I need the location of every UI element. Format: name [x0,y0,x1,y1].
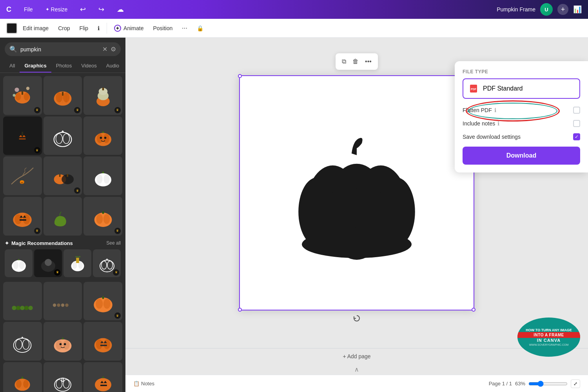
resize-button[interactable]: ✦ Resize [42,5,71,14]
list-item[interactable]: ♛ [44,76,82,115]
flatten-pdf-label: Flatten PDF ℹ [463,107,496,113]
cloud-save-button[interactable]: ☁ [114,4,127,15]
delete-button[interactable]: 🗑 [350,56,361,67]
notes-button[interactable]: 📋 Notes [133,381,154,387]
list-item[interactable]: ♛ [3,76,42,115]
svg-point-48 [103,214,110,224]
list-item[interactable] [5,249,33,277]
search-container: 🔍 ✕ ⚙ [5,42,121,56]
flatten-pdf-checkbox[interactable] [573,107,580,114]
fullscreen-button[interactable]: ⤢ [571,379,580,388]
list-item[interactable] [83,116,122,155]
file-type-label: File type [463,69,580,74]
list-item[interactable]: ♛ [44,156,82,195]
crop-button[interactable]: Crop [54,23,74,34]
svg-point-29 [100,137,102,139]
chevron-bar[interactable]: ∧ [125,364,588,375]
rotate-handle[interactable] [353,314,361,322]
svg-rect-49 [102,213,104,214]
save-settings-checkbox[interactable]: ✓ [573,133,580,140]
list-item[interactable]: 🎃 [3,156,42,195]
list-item[interactable] [44,116,82,155]
search-clear-button[interactable]: ✕ [102,45,107,53]
list-item[interactable]: ♛ [3,116,42,155]
svg-point-54 [45,259,52,266]
list-item[interactable] [3,322,42,361]
position-button[interactable]: Position [149,23,176,34]
list-item[interactable] [44,322,82,361]
tab-graphics[interactable]: Graphics [20,60,51,73]
svg-point-76 [16,339,22,349]
list-item[interactable] [64,249,91,277]
canvas-area: ⧉ 🗑 ••• + Add page ∧ [125,38,588,392]
svg-point-23 [54,132,72,147]
tab-videos[interactable]: Videos [76,60,102,73]
info-button[interactable]: ℹ [94,23,103,34]
list-item[interactable]: ♛ [83,197,122,236]
add-page-button[interactable]: + Add page [343,353,370,359]
zoom-slider[interactable] [528,381,568,387]
list-item[interactable]: ♛ [83,76,122,115]
tab-photos[interactable]: Photos [51,60,76,73]
save-settings-row: Save download settings ✓ [463,130,580,143]
list-item[interactable] [3,282,42,321]
add-collaborator-button[interactable]: + [557,4,568,15]
toolbar-divider [107,23,107,34]
list-item[interactable] [83,156,122,195]
download-panel: File type PDF PDF Standard [455,61,588,172]
svg-rect-74 [102,297,104,299]
category-tabs: All Graphics Photos Videos Audio › [0,59,125,73]
list-item[interactable] [83,362,122,392]
list-item[interactable]: ♛ [3,197,42,236]
transparency-button[interactable]: ⋯ [178,23,191,34]
see-all-button[interactable]: See all [106,240,121,246]
redo-button[interactable]: ↪ [95,4,107,15]
list-item[interactable]: ♛ [3,362,42,392]
file-menu-button[interactable]: File [21,5,36,14]
undo-button[interactable]: ↩ [77,4,89,15]
include-notes-info-icon[interactable]: ℹ [497,120,499,127]
magic-icon: ✦ [5,240,9,246]
search-filter-button[interactable]: ⚙ [111,45,116,53]
svg-rect-44 [20,220,26,221]
promo-url-text: WWW.SOVERYGRAPHIC.COM [529,343,569,346]
svg-point-30 [104,137,106,139]
more-options-button[interactable]: ••• [363,56,374,67]
list-item[interactable] [44,282,82,321]
canvas-page[interactable]: ⧉ 🗑 ••• [239,75,474,310]
lock-button[interactable]: 🔒 [193,23,207,34]
flip-button[interactable]: Flip [76,23,93,34]
search-input[interactable] [20,46,99,53]
svg-rect-1 [22,92,23,95]
search-icon: 🔍 [9,45,17,53]
list-item[interactable]: ♛ [93,249,121,277]
pro-badge: ♛ [34,228,40,234]
flatten-info-icon[interactable]: ℹ [494,107,496,113]
svg-point-75 [14,338,31,352]
tab-audio[interactable]: Audio [102,60,124,73]
tab-all[interactable]: All [5,60,20,73]
download-button[interactable]: Download [463,147,580,165]
pro-badge: ♛ [54,269,60,276]
avatar[interactable]: U [540,3,553,16]
stats-button[interactable]: 📊 [573,5,582,14]
page-info: Page 1 / 1 [489,381,512,387]
pdf-standard-option[interactable]: PDF PDF Standard [463,78,580,99]
document-title: Pumpkin Frame [497,6,535,13]
svg-point-2 [16,93,21,101]
pro-badge: ♛ [114,107,121,113]
edit-image-button[interactable]: Edit image [19,23,53,34]
svg-point-62 [12,306,16,310]
include-notes-checkbox[interactable] [573,120,580,127]
duplicate-button[interactable]: ⧉ [339,56,348,67]
svg-point-51 [13,261,18,269]
animate-button[interactable]: ✦ Animate [110,22,147,34]
list-item[interactable] [83,322,122,361]
list-item[interactable]: ♛ ♛ [34,249,62,277]
list-item[interactable]: ♛ [83,282,122,321]
top-navbar: C File ✦ Resize ↩ ↪ ☁ Pumpkin Frame U + … [0,0,588,19]
list-item[interactable] [44,362,82,392]
color-swatch[interactable] [6,23,17,34]
list-item[interactable] [44,197,82,236]
chevron-up-icon: ∧ [354,366,359,373]
